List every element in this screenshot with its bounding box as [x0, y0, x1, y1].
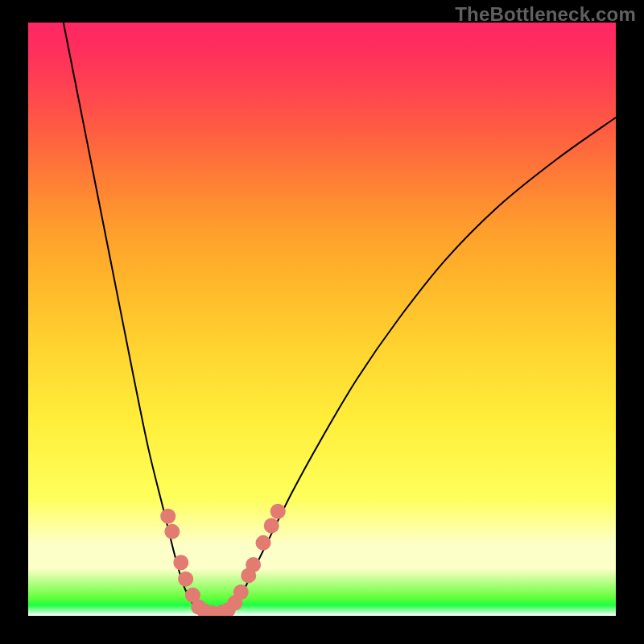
data-marker [164, 524, 180, 539]
data-marker [246, 557, 261, 572]
watermark-text: TheBottleneck.com [455, 3, 636, 26]
data-marker [178, 572, 193, 587]
marker-group [160, 504, 286, 616]
data-marker [256, 535, 271, 551]
curve-svg [28, 23, 616, 616]
bottleneck-curve [64, 23, 616, 615]
chart-frame: TheBottleneck.com [0, 0, 644, 644]
plot-area [28, 23, 616, 616]
data-marker [173, 555, 188, 570]
data-marker [233, 584, 249, 600]
data-marker [160, 509, 175, 524]
data-marker [270, 504, 286, 519]
data-marker [264, 518, 279, 533]
